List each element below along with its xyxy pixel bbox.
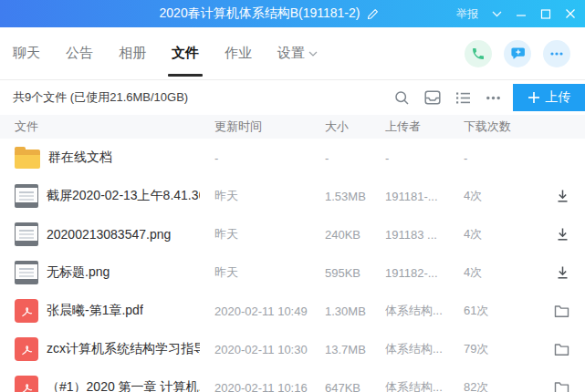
- folder-icon: [15, 150, 40, 169]
- more-options-icon[interactable]: [486, 90, 501, 106]
- file-name[interactable]: 无标题.png: [47, 264, 110, 281]
- file-name[interactable]: 张晨曦-第1章.pdf: [47, 303, 143, 319]
- file-action-cell: [520, 227, 585, 242]
- download-manager-icon[interactable]: [424, 90, 441, 105]
- column-header-downloads[interactable]: 下载次数: [464, 119, 520, 135]
- titlebar-controls: 举报: [456, 6, 585, 22]
- file-size: 595KB: [325, 266, 385, 280]
- column-header-updated[interactable]: 更新时间: [214, 119, 325, 135]
- ellipsis-icon: [549, 46, 564, 61]
- pdf-icon: [15, 376, 38, 392]
- pdf-icon: [15, 337, 38, 361]
- file-uploader: 体系结构...: [385, 303, 464, 319]
- file-size: 13.7MB: [325, 343, 385, 356]
- tab-settings[interactable]: 设置: [277, 27, 318, 79]
- maximize-button[interactable]: [540, 8, 551, 19]
- file-name-cell: 张晨曦-第1章.pdf: [0, 299, 214, 323]
- chat-bubble-plus-icon: [510, 46, 526, 61]
- tab-files[interactable]: 文件: [172, 27, 199, 79]
- file-download-count: 61次: [464, 303, 520, 319]
- report-link[interactable]: 举报: [456, 6, 478, 22]
- file-updated-time: 昨天: [214, 188, 325, 204]
- file-name[interactable]: zcx计算机系统结构学习指导...: [47, 341, 200, 357]
- open-folder-icon[interactable]: [554, 343, 569, 356]
- file-row[interactable]: 群在线文档----: [0, 139, 585, 177]
- titlebar: 2020春计算机体系结构B(191181-2) 举报: [0, 0, 585, 27]
- download-icon[interactable]: [556, 265, 569, 280]
- image-thumbnail-icon: [15, 184, 38, 208]
- file-name-cell: 无标题.png: [0, 261, 214, 284]
- file-updated-time: 昨天: [214, 264, 325, 281]
- chevron-down-icon: [308, 51, 318, 57]
- file-name[interactable]: （#1）2020 第一章 计算机...: [47, 379, 200, 392]
- file-row[interactable]: 无标题.png昨天595KB191182-...4次: [0, 253, 585, 292]
- table-header: 文件 更新时间 大小 上传者 下载次数: [0, 115, 585, 139]
- file-name[interactable]: 群在线文档: [48, 150, 112, 166]
- file-action-cell: [520, 189, 585, 203]
- file-updated-time: -: [214, 151, 325, 165]
- window-title-group: 2020春计算机体系结构B(191181-2): [160, 5, 381, 22]
- file-size: -: [325, 151, 385, 165]
- pdf-icon: [15, 299, 38, 323]
- file-updated-time: 2020-02-11 10:49: [214, 304, 325, 318]
- file-row[interactable]: 截屏2020-02-13上午8.41.36...昨天1.53MB191181-.…: [0, 177, 585, 215]
- file-row[interactable]: （#1）2020 第一章 计算机...2020-02-11 10:16647KB…: [0, 368, 585, 392]
- file-size: 647KB: [325, 381, 385, 392]
- column-header-size[interactable]: 大小: [325, 119, 385, 135]
- file-row[interactable]: 张晨曦-第1章.pdf2020-02-11 10:491.30MB体系结构...…: [0, 292, 585, 330]
- file-download-count: 4次: [464, 188, 520, 204]
- file-download-count: 79次: [464, 341, 520, 357]
- upload-button[interactable]: 上传: [513, 84, 585, 111]
- file-toolbar: 共9个文件 (已使用21.6MB/10GB) 上传: [0, 80, 585, 115]
- file-name-cell: zcx计算机系统结构学习指导...: [0, 337, 214, 361]
- tabbar: 聊天 公告 相册 文件 作业 设置: [0, 27, 585, 80]
- call-button[interactable]: [465, 40, 492, 67]
- open-folder-icon[interactable]: [554, 381, 569, 392]
- edit-title-icon[interactable]: [366, 7, 380, 21]
- column-header-file[interactable]: 文件: [0, 119, 214, 135]
- file-row[interactable]: zcx计算机系统结构学习指导...2020-02-11 10:3013.7MB体…: [0, 330, 585, 368]
- minimize-button[interactable]: [516, 8, 527, 19]
- phone-icon: [471, 46, 486, 61]
- tab-announcement[interactable]: 公告: [66, 27, 93, 79]
- search-icon[interactable]: [394, 90, 410, 106]
- file-row[interactable]: 20200213083547.png昨天240KB191183 ...4次: [0, 215, 585, 253]
- file-updated-time: 2020-02-11 10:30: [214, 343, 325, 356]
- file-action-cell: [520, 265, 585, 280]
- file-size: 1.30MB: [325, 304, 385, 318]
- group-chat-button[interactable]: [504, 40, 531, 67]
- chevron-down-icon[interactable]: [492, 11, 502, 17]
- file-uploader: 191183 ...: [385, 228, 464, 242]
- tab-homework[interactable]: 作业: [225, 27, 252, 79]
- file-uploader: 191182-...: [385, 266, 464, 280]
- open-folder-icon[interactable]: [554, 304, 569, 318]
- file-name[interactable]: 截屏2020-02-13上午8.41.36...: [47, 188, 200, 204]
- upload-button-label: 上传: [546, 89, 571, 106]
- file-uploader: -: [385, 151, 464, 165]
- file-updated-time: 昨天: [214, 226, 325, 242]
- file-name[interactable]: 20200213083547.png: [47, 227, 171, 242]
- file-table-body: 群在线文档----截屏2020-02-13上午8.41.36...昨天1.53M…: [0, 139, 585, 392]
- column-header-uploader[interactable]: 上传者: [385, 119, 464, 135]
- file-action-cell: [520, 343, 585, 356]
- tab-chat[interactable]: 聊天: [13, 27, 40, 79]
- file-download-count: 4次: [464, 226, 520, 242]
- tab-album[interactable]: 相册: [119, 27, 146, 79]
- file-action-cell: [520, 304, 585, 318]
- download-icon[interactable]: [556, 227, 569, 242]
- download-icon[interactable]: [556, 189, 569, 203]
- file-action-cell: [520, 381, 585, 392]
- tabs: 聊天 公告 相册 文件 作业 设置: [13, 27, 318, 79]
- file-size: 1.53MB: [325, 190, 385, 203]
- list-view-icon[interactable]: [455, 91, 471, 105]
- file-name-cell: 截屏2020-02-13上午8.41.36...: [0, 184, 214, 208]
- toolbar-icons: [394, 90, 501, 106]
- file-name-cell: 20200213083547.png: [0, 222, 214, 246]
- close-button[interactable]: [565, 8, 576, 19]
- file-uploader: 191181-...: [385, 190, 464, 203]
- file-name-cell: （#1）2020 第一章 计算机...: [0, 376, 214, 392]
- image-thumbnail-icon: [15, 222, 38, 246]
- window-title: 2020春计算机体系结构B(191181-2): [160, 5, 360, 22]
- more-actions-button[interactable]: [543, 40, 570, 67]
- image-thumbnail-icon: [15, 261, 38, 284]
